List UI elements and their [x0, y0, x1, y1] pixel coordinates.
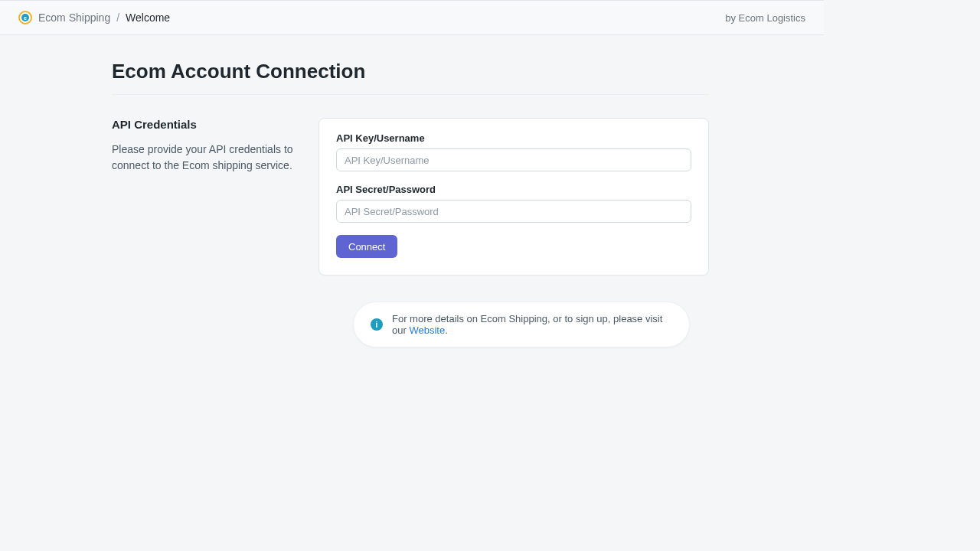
page-title: Ecom Account Connection — [112, 60, 709, 95]
api-credentials-section: API Credentials Please provide your API … — [112, 118, 709, 276]
credentials-card: API Key/Username API Secret/Password Con… — [318, 118, 709, 276]
breadcrumb: e Ecom Shipping / Welcome — [18, 11, 170, 24]
app-logo-icon: e — [18, 11, 32, 24]
connect-button[interactable]: Connect — [336, 235, 397, 258]
api-key-label: API Key/Username — [336, 132, 691, 144]
breadcrumb-bar: e Ecom Shipping / Welcome by Ecom Logist… — [0, 0, 824, 35]
breadcrumb-parent-link[interactable]: Ecom Shipping — [38, 11, 110, 24]
info-text: For more details on Ecom Shipping, or to… — [392, 313, 672, 336]
info-text-suffix: . — [445, 324, 448, 336]
info-banner: i For more details on Ecom Shipping, or … — [353, 302, 690, 347]
section-description: Please provide your API credentials to c… — [112, 142, 303, 174]
api-secret-label: API Secret/Password — [336, 184, 691, 195]
info-icon: i — [371, 318, 383, 331]
breadcrumb-current: Welcome — [126, 11, 170, 24]
attribution-text: by Ecom Logistics — [725, 12, 805, 24]
section-heading: API Credentials — [112, 118, 303, 131]
breadcrumb-separator: / — [116, 11, 119, 24]
api-key-input[interactable] — [336, 148, 691, 171]
website-link[interactable]: Website — [409, 324, 445, 336]
api-secret-input[interactable] — [336, 200, 691, 223]
